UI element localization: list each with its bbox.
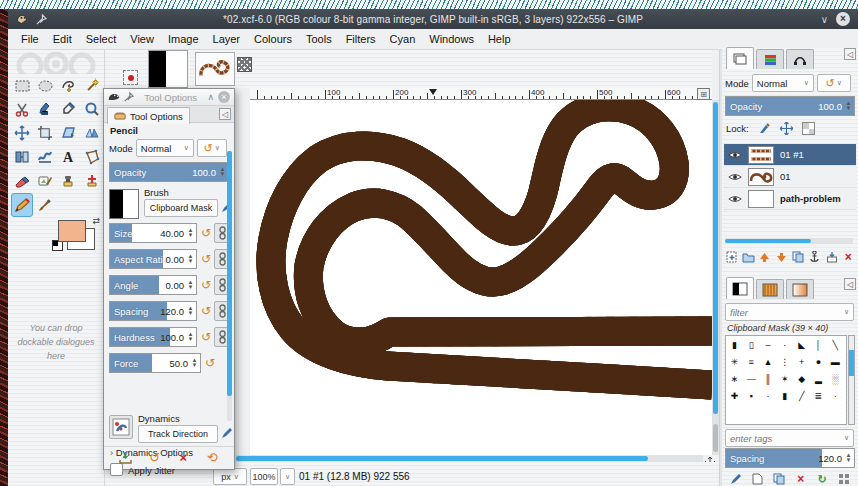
reset-icon[interactable]: ↺ xyxy=(205,356,215,370)
brush-preview-cell[interactable]: ╲ xyxy=(827,336,844,353)
refresh-brushes-icon[interactable]: ↻ xyxy=(815,472,829,486)
aspect-ratio-slider[interactable]: Aspect Ratio0.00▲▼ xyxy=(109,249,197,269)
menu-layer[interactable]: Layer xyxy=(206,31,248,47)
tool-options-scrollbar[interactable] xyxy=(227,151,232,421)
reset-icon[interactable]: ↺ xyxy=(201,330,211,344)
brush-preview-cell[interactable]: ▂ xyxy=(810,370,827,387)
duplicate-layer-icon[interactable] xyxy=(791,250,805,264)
save-presets-icon[interactable] xyxy=(119,450,133,464)
layer-name[interactable]: path-problem xyxy=(780,193,841,204)
lock-alpha-icon[interactable] xyxy=(802,122,815,135)
menu-tools[interactable]: Tools xyxy=(299,31,339,47)
spinner-arrows-icon[interactable]: ▲▼ xyxy=(186,302,195,320)
spinner-arrows-icon[interactable]: ▲▼ xyxy=(186,224,195,242)
eye-icon[interactable] xyxy=(728,150,742,160)
horizontal-scrollbar[interactable] xyxy=(236,455,703,462)
spinner-arrows-icon[interactable]: ▲▼ xyxy=(844,97,853,115)
tool-options-window[interactable]: Tool Options ∧ × Tool Options ◁ Pencil M… xyxy=(103,88,235,470)
layers-hscrollbar[interactable] xyxy=(725,238,853,244)
collapse-icon[interactable]: ∧ xyxy=(207,92,214,102)
menu-view[interactable]: View xyxy=(123,31,161,47)
brush-preview-cell[interactable]: — xyxy=(743,370,760,387)
eye-icon[interactable] xyxy=(728,194,742,204)
tool-flip-icon[interactable] xyxy=(81,121,103,145)
menu-colours[interactable]: Colours xyxy=(247,31,299,47)
menu-help[interactable]: Help xyxy=(481,31,518,47)
menu-image[interactable]: Image xyxy=(161,31,206,47)
brush-preview-cell[interactable]: – xyxy=(760,336,777,353)
menu-cyan[interactable]: Cyan xyxy=(383,31,423,47)
tool-rectangle-select-icon[interactable] xyxy=(11,73,33,97)
opacity-slider[interactable]: Opacity 100.0 ▲▼ xyxy=(109,162,229,182)
image-tab-mask[interactable] xyxy=(148,50,188,88)
zoom-value[interactable]: 100% xyxy=(250,468,278,485)
new-group-icon[interactable] xyxy=(741,250,755,264)
brush-preview-cell[interactable]: ░ xyxy=(827,370,844,387)
brushes-menu-icon[interactable]: ◁ xyxy=(844,278,856,290)
reset-icon[interactable]: ↺ xyxy=(201,252,211,266)
brush-preview-cell[interactable]: + xyxy=(793,353,810,370)
tab-layers[interactable] xyxy=(726,47,754,69)
tool-perspective-icon[interactable] xyxy=(57,121,79,145)
menu-filters[interactable]: Filters xyxy=(339,31,383,47)
swap-colors-icon[interactable]: ⇄ xyxy=(92,216,100,226)
tool-heal-icon[interactable] xyxy=(81,169,103,193)
horizontal-ruler[interactable]: 100200300400500600 xyxy=(250,88,712,100)
zoom-dropdown-icon[interactable]: ∨ xyxy=(280,468,295,485)
merge-down-icon[interactable] xyxy=(825,250,839,264)
paint-mode-dropdown[interactable]: Normal∨ xyxy=(136,139,194,157)
menu-file[interactable]: File xyxy=(14,31,46,47)
spinner-arrows-icon[interactable]: ▲▼ xyxy=(186,276,195,294)
layer-row[interactable]: path-problem xyxy=(724,188,856,210)
tool-cage-transform-icon[interactable] xyxy=(81,145,103,169)
spinner-arrows-icon[interactable]: ▲▼ xyxy=(218,163,227,181)
spinner-arrows-icon[interactable]: ▲▼ xyxy=(190,354,199,372)
force-slider[interactable]: Force50.0▲▼ xyxy=(109,353,201,373)
close-icon[interactable]: × xyxy=(218,91,230,103)
window-titlebar[interactable]: *02.xcf-6.0 (RGB colour 8-bit gamma inte… xyxy=(8,9,858,29)
brush-preview-cell[interactable]: · xyxy=(760,387,777,404)
brush-spacing-slider[interactable]: Spacing 120.0 ▲▼ xyxy=(725,448,855,468)
tool-warp-icon[interactable] xyxy=(34,145,56,169)
pin-icon[interactable] xyxy=(124,92,134,102)
tool-free-select-icon[interactable] xyxy=(57,73,79,97)
menu-select[interactable]: Select xyxy=(79,31,124,47)
window-close-icon[interactable]: × xyxy=(836,12,850,26)
tool-fuzzy-select-icon[interactable] xyxy=(81,73,103,97)
tool-options-titlebar[interactable]: Tool Options ∧ × xyxy=(104,89,234,106)
reset-icon[interactable]: ↺ xyxy=(201,226,211,240)
lock-pixels-icon[interactable] xyxy=(758,122,771,135)
tab-brushes[interactable] xyxy=(726,277,754,299)
spinner-arrows-icon[interactable]: ▲▼ xyxy=(186,328,195,346)
hardness-slider[interactable]: Hardness100.0▲▼ xyxy=(109,327,197,347)
brush-preview-cell[interactable]: ▪ xyxy=(743,387,760,404)
image-tab-track[interactable] xyxy=(195,52,235,86)
tool-crop-icon[interactable] xyxy=(34,121,56,145)
tool-move-icon[interactable] xyxy=(11,121,33,145)
unit-dropdown[interactable]: px∨ xyxy=(213,468,247,485)
layer-opacity-slider[interactable]: Opacity 100.0 ▲▼ xyxy=(725,96,855,116)
dynamics-select-button[interactable]: Track Direction xyxy=(138,425,218,443)
layers-menu-icon[interactable]: ◁ xyxy=(844,48,856,60)
canvas-resize-toggle-icon[interactable]: ⊞ xyxy=(697,88,710,100)
brush-preview-cell[interactable]: ✚ xyxy=(726,387,743,404)
brush-preview-cell[interactable]: ⋮ xyxy=(776,353,793,370)
edit-brush-icon[interactable] xyxy=(729,472,743,486)
brush-preview-cell[interactable]: ▲ xyxy=(760,353,777,370)
brush-grid[interactable]: ▮▯–·◣│╲✳≡▲⋮+●▬∗—║✶◆▂░✚▪·▮╱≣· xyxy=(725,335,847,425)
brush-preview-cell[interactable]: ╱ xyxy=(793,387,810,404)
reset-tool-icon[interactable]: ⟲ xyxy=(205,450,219,464)
reset-icon[interactable]: ↺ xyxy=(201,304,211,318)
delete-layer-icon[interactable]: × xyxy=(841,250,855,264)
tool-align-icon[interactable] xyxy=(11,145,33,169)
brush-preview-cell[interactable]: ∗ xyxy=(726,370,743,387)
brush-preview-cell[interactable]: · xyxy=(776,336,793,353)
layer-thumbnail[interactable] xyxy=(748,168,774,186)
menu-windows[interactable]: Windows xyxy=(422,31,481,47)
device-status-icon[interactable] xyxy=(123,70,138,85)
brush-preview[interactable] xyxy=(109,189,139,219)
tool-options-menu-icon[interactable]: ◁ xyxy=(219,108,231,120)
layer-name[interactable]: 01 #1 xyxy=(780,149,804,160)
brush-grid-scrollbar[interactable] xyxy=(848,335,855,425)
brush-preview-cell[interactable]: ▮ xyxy=(726,336,743,353)
